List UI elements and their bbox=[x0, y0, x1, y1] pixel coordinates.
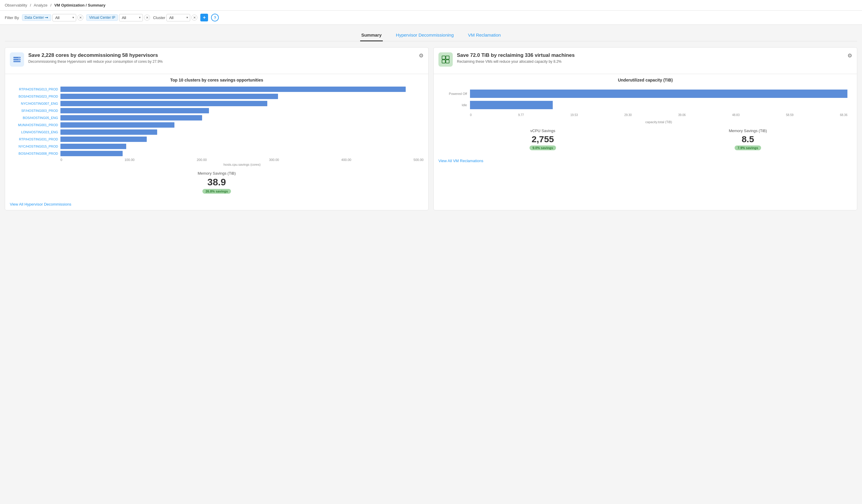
memory-savings-label: Memory Savings (TiB) bbox=[10, 171, 423, 175]
vcip-clear[interactable]: ✕ bbox=[144, 15, 150, 21]
right-card-gear[interactable]: ⚙ bbox=[847, 52, 852, 59]
vcip-tag-label: Virtual Center IP bbox=[89, 15, 115, 19]
hbar-row: BOS/HOSTING023_PROD bbox=[10, 94, 423, 99]
right-hbar-label: Powered Off bbox=[443, 92, 470, 95]
vcip-select[interactable]: All bbox=[119, 14, 143, 22]
hbar-label[interactable]: NYC/HOSTING015_PROD bbox=[10, 145, 61, 148]
hypervisor-icon bbox=[12, 55, 22, 64]
right-hbar-track bbox=[470, 101, 847, 109]
right-bar-chart: Powered Off Idle 09.7719.5329.3039.0648.… bbox=[439, 87, 852, 124]
hbar-fill bbox=[61, 151, 123, 156]
svg-rect-9 bbox=[446, 56, 449, 59]
hbar-fill bbox=[61, 144, 126, 149]
hbar-fill bbox=[61, 122, 174, 128]
hbar-label[interactable]: RTP/HOSTING013_PROD bbox=[10, 88, 61, 91]
hbar-track bbox=[61, 94, 423, 99]
right-axis-tick: 29.30 bbox=[624, 114, 631, 117]
hbar-track bbox=[61, 108, 423, 114]
right-memory-savings-badge: 7.9% savings bbox=[735, 145, 761, 150]
help-button[interactable]: ? bbox=[211, 14, 219, 22]
data-center-clear[interactable]: ✕ bbox=[77, 15, 83, 21]
right-axis-tick: 19.53 bbox=[570, 114, 578, 117]
hbar-track bbox=[61, 130, 423, 135]
right-hbar-label: Idle bbox=[443, 103, 470, 107]
cluster-clear[interactable]: ✕ bbox=[192, 15, 197, 21]
vcpu-savings-block: vCPU Savings 2,755 9.0% savings bbox=[443, 129, 642, 150]
right-stats: vCPU Savings 2,755 9.0% savings Memory S… bbox=[439, 129, 852, 150]
view-all-vm[interactable]: View All VM Reclamations bbox=[434, 155, 857, 163]
memory-savings-value: 38.9 bbox=[10, 177, 423, 188]
underutilized-title: Underutilized capacity (TiB) bbox=[439, 78, 852, 82]
left-card-body: Top 10 clusters by cores savings opportu… bbox=[5, 78, 428, 198]
right-axis-tick: 39.06 bbox=[678, 114, 686, 117]
hbar-axis-tick: 200.00 bbox=[197, 158, 207, 161]
view-all-hypervisor[interactable]: View All Hypervisor Decommissions bbox=[5, 198, 428, 207]
tab-summary[interactable]: Summary bbox=[360, 29, 383, 41]
vm-icon bbox=[441, 55, 450, 64]
hbar-row: SF/HOSTING003_PROD bbox=[10, 108, 423, 114]
hbar-label[interactable]: RTP/HOSTING031_PROD bbox=[10, 137, 61, 141]
filter-cluster-group: Cluster All ✕ bbox=[153, 14, 197, 22]
hbar-label[interactable]: BOS/HOSTING008_PROD bbox=[10, 152, 61, 155]
svg-rect-10 bbox=[446, 60, 449, 63]
right-memory-savings-block: Memory Savings (TiB) 8.5 7.9% savings bbox=[648, 129, 847, 150]
data-center-tag: Data Center bbox=[22, 14, 52, 21]
hbar-axis-label: hosts.cpu.savings (cores) bbox=[10, 163, 423, 166]
memory-savings-section: Memory Savings (TiB) 38.9 26.8% savings bbox=[10, 171, 423, 194]
left-card-header: Save 2,228 cores by decommissioning 58 h… bbox=[5, 48, 428, 70]
hbar-label[interactable]: LON/HOSTING023_ENG bbox=[10, 130, 61, 134]
hbar-track bbox=[61, 101, 423, 106]
left-card-text: Save 2,228 cores by decommissioning 58 h… bbox=[28, 52, 163, 64]
hbar-label[interactable]: BOS/HOSTING05_ENG bbox=[10, 116, 61, 120]
right-x-axis: 09.7719.5329.3039.0648.8358.5968.36 bbox=[443, 114, 847, 117]
hypervisor-icon-box bbox=[10, 52, 24, 67]
cards-row: Save 2,228 cores by decommissioning 58 h… bbox=[5, 47, 857, 210]
svg-rect-7 bbox=[442, 56, 445, 59]
hbar-row: BOS/HOSTING008_PROD bbox=[10, 151, 423, 156]
tab-hypervisor[interactable]: Hypervisor Decommissioning bbox=[395, 29, 455, 41]
hbar-fill bbox=[61, 130, 157, 135]
hbar-track bbox=[61, 151, 423, 156]
data-center-select[interactable]: All bbox=[52, 14, 76, 22]
hbar-chart: RTP/HOSTING013_PROD BOS/HOSTING023_PROD … bbox=[10, 87, 423, 166]
hbar-label[interactable]: BOS/HOSTING023_PROD bbox=[10, 95, 61, 98]
cluster-select[interactable]: All bbox=[166, 14, 190, 22]
hbar-fill bbox=[61, 87, 406, 92]
add-filter-button[interactable]: + bbox=[200, 14, 208, 22]
hbar-axis-tick: 500.00 bbox=[414, 158, 423, 161]
right-card-body: Underutilized capacity (TiB) Powered Off… bbox=[434, 78, 857, 155]
right-hbar-row: Powered Off bbox=[443, 90, 847, 98]
right-card-title: Save 72.0 TiB by reclaiming 336 virtual … bbox=[457, 52, 575, 58]
filter-by-label: Filter By bbox=[5, 15, 19, 20]
hbar-axis-tick: 300.00 bbox=[269, 158, 279, 161]
memory-savings-badge: 26.8% savings bbox=[203, 189, 231, 194]
svg-rect-2 bbox=[13, 57, 21, 58]
breadcrumb-analyze[interactable]: Analyze bbox=[34, 3, 47, 8]
left-card-gear[interactable]: ⚙ bbox=[419, 52, 423, 59]
right-axis-tick: 48.83 bbox=[732, 114, 740, 117]
hbar-label[interactable]: SF/HOSTING003_PROD bbox=[10, 109, 61, 112]
cluster-label: Cluster bbox=[153, 15, 165, 20]
cluster-select-wrap: All bbox=[166, 14, 190, 22]
tag-icon bbox=[45, 16, 49, 19]
filter-vcip-group: Virtual Center IP All ✕ bbox=[86, 14, 150, 22]
right-axis-label: capacity.total (TiB) bbox=[443, 120, 847, 124]
hbar-axis-tick: 400.00 bbox=[341, 158, 352, 161]
hbar-track bbox=[61, 115, 423, 120]
right-axis-tick: 9.77 bbox=[518, 114, 524, 117]
hbar-label[interactable]: MUN/HOSTING001_PROD bbox=[10, 123, 61, 127]
hbar-row: MUN/HOSTING001_PROD bbox=[10, 122, 423, 128]
hbar-label[interactable]: NYC/HOSTING007_ENG bbox=[10, 102, 61, 105]
hbar-row: LON/HOSTING023_ENG bbox=[10, 130, 423, 135]
svg-rect-4 bbox=[13, 61, 21, 62]
svg-rect-8 bbox=[442, 60, 445, 63]
right-axis-tick: 68.36 bbox=[840, 114, 847, 117]
hbar-track bbox=[61, 144, 423, 149]
hbar-track bbox=[61, 87, 423, 92]
hbar-fill bbox=[61, 115, 202, 120]
right-card-header-left: Save 72.0 TiB by reclaiming 336 virtual … bbox=[439, 52, 575, 67]
vcpu-savings-value: 2,755 bbox=[443, 134, 642, 144]
breadcrumb-observability[interactable]: Observability bbox=[5, 3, 27, 8]
tab-vm-reclamation[interactable]: VM Reclamation bbox=[467, 29, 502, 41]
left-card-header-left: Save 2,228 cores by decommissioning 58 h… bbox=[10, 52, 163, 67]
